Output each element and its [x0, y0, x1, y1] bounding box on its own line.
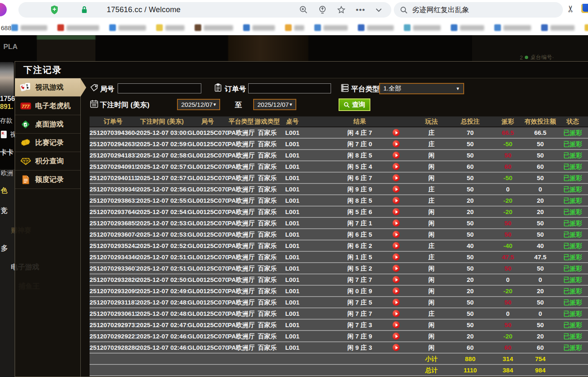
play-video-button[interactable] [393, 242, 400, 249]
order-id-input[interactable] [248, 83, 331, 93]
bookmark-item[interactable] [156, 24, 185, 31]
grand-total-row-result [305, 365, 415, 375]
play-video-button[interactable] [393, 321, 400, 328]
play-video-button[interactable] [393, 276, 400, 283]
bookmark-item[interactable] [585, 24, 588, 31]
bookmark-item[interactable] [451, 24, 484, 31]
sidebar-item-points[interactable]: 积分查询 [15, 152, 80, 170]
bookmark-item[interactable] [57, 24, 99, 31]
scissors-icon[interactable]: ✂ [565, 5, 576, 13]
play-video-button[interactable] [393, 333, 400, 340]
platform-type: PA欧洲厅 [228, 308, 254, 319]
subtotal-row-round-id [187, 354, 228, 364]
platform-type-select[interactable]: 1.全部 ▼ [379, 83, 464, 94]
game-type: 百家乐 [254, 195, 280, 206]
play-video-button[interactable] [393, 231, 400, 238]
result: 闲 9 庄 3 [305, 342, 415, 353]
bookmark-item[interactable] [109, 24, 146, 31]
order-number: 251207029368556 [90, 218, 136, 228]
sidebar-item-live-games[interactable]: K9视讯游戏 [15, 78, 80, 97]
chevron-down-icon[interactable] [375, 8, 382, 12]
play-video-button[interactable] [393, 310, 400, 317]
payout: 0 [492, 184, 524, 194]
valid-bet: 50 [524, 173, 557, 183]
status: 已派彩 [557, 308, 588, 319]
bookmark-favicon [243, 24, 250, 31]
play-video-button[interactable] [393, 140, 400, 147]
subtotal-row-bet-time [136, 354, 187, 364]
sidebar-item-table-games[interactable]: ♣桌面游戏 [15, 115, 80, 134]
table-row: 2512070292922112025-12-07 02:46:58GL0012… [90, 331, 588, 342]
grand-total-row-valid-bet: 984 [524, 365, 557, 375]
date-from-select[interactable]: 2025/12/07 ▼ [177, 99, 220, 110]
payout: 50 [492, 297, 524, 307]
total-bet: 20 [448, 331, 492, 341]
bookmark-favicon [541, 24, 548, 31]
play-video-button[interactable] [393, 344, 400, 351]
play-video-button[interactable] [393, 163, 400, 170]
play-video-button[interactable] [393, 287, 400, 294]
play-video-button[interactable] [393, 174, 400, 181]
round-id: GL00125C0705U [187, 252, 228, 262]
gem-icon [19, 157, 32, 166]
bookmark-favicon [285, 24, 292, 31]
bookmark-item[interactable] [358, 24, 394, 31]
total-bet: 70 [448, 127, 492, 138]
sidebar-item-slots[interactable]: 777电子老虎机 [15, 97, 80, 115]
search-button[interactable]: 查询 [339, 98, 370, 111]
sidebar-item-quota-records[interactable]: 额度记录 [15, 170, 80, 189]
result-text: 闲 9 庄 9 [347, 186, 372, 193]
browser-extension-icon[interactable] [581, 4, 588, 13]
play-video-button[interactable] [393, 208, 400, 215]
bookmark-label-blurred [503, 25, 531, 31]
play-video-button[interactable] [393, 219, 400, 227]
play-video-button[interactable] [393, 186, 400, 193]
adblock-shield-icon[interactable] [50, 5, 59, 15]
bookmark-item[interactable] [195, 24, 233, 31]
url-text: 175616.cc / Welcome [107, 5, 181, 14]
bookmark-item[interactable] [11, 24, 47, 31]
play-video-button[interactable] [393, 265, 400, 272]
bookmark-item[interactable] [494, 24, 531, 31]
bet-time: 2025-12-07 02:56:20 [136, 184, 187, 194]
bookmark-item[interactable] [243, 24, 275, 31]
status: 已派彩 [557, 161, 588, 172]
result: 闲 8 庄 5 [305, 195, 415, 206]
bookmark-prefix-text: 688 [1, 24, 11, 31]
more-menu-icon[interactable]: ••• [356, 5, 365, 15]
status: 已派彩 [557, 218, 588, 228]
table-id: L001 [280, 207, 305, 217]
date-to-select[interactable]: 2025/12/07 ▼ [253, 99, 296, 110]
address-bar[interactable]: 175616.cc / Welcome ••• [18, 2, 391, 18]
bookmark-item[interactable] [541, 24, 575, 31]
header-platform-type: 平台类型 [228, 116, 254, 127]
status: 已派彩 [557, 229, 588, 240]
background-card-icon: K [1, 131, 7, 138]
play-video-button[interactable] [393, 152, 400, 159]
bet-time: 2025-12-07 02:46:08 [136, 342, 187, 353]
bookmark-item[interactable] [314, 24, 348, 31]
zoom-in-icon[interactable] [299, 5, 308, 14]
result: 闲 6 庄 2 [305, 240, 415, 251]
browser-profile-icon[interactable] [0, 3, 7, 16]
bookmark-item[interactable] [404, 24, 441, 31]
payout: -50 [492, 139, 524, 149]
round-id-input[interactable] [118, 83, 201, 93]
play-video-button[interactable] [393, 197, 400, 204]
sidebar-item-label: 桌面游戏 [35, 119, 64, 129]
header-table-id: 桌号 [280, 116, 305, 127]
sidebar-item-match-records[interactable]: 比赛记录 [15, 134, 80, 152]
page-tools-icon[interactable] [318, 5, 327, 14]
bookmark-item[interactable] [285, 24, 304, 31]
valid-bet: 50 [524, 263, 557, 274]
bet-records-modal: 下注记录 K9视讯游戏777电子老虎机♣桌面游戏比赛记录积分查询额度记录 局号 … [15, 61, 588, 377]
browser-search-bar[interactable]: 劣迹网红复出乱象 [394, 2, 563, 18]
play-video-button[interactable] [393, 299, 400, 306]
status: 已派彩 [557, 263, 588, 274]
play-video-button[interactable] [393, 129, 400, 136]
payout: 60 [492, 161, 524, 172]
result: 闲 5 庄 2 [305, 263, 415, 274]
play-video-button[interactable] [393, 253, 400, 261]
bet-time: 2025-12-07 02:59:33 [136, 139, 187, 149]
bookmark-star-icon[interactable] [337, 5, 346, 14]
